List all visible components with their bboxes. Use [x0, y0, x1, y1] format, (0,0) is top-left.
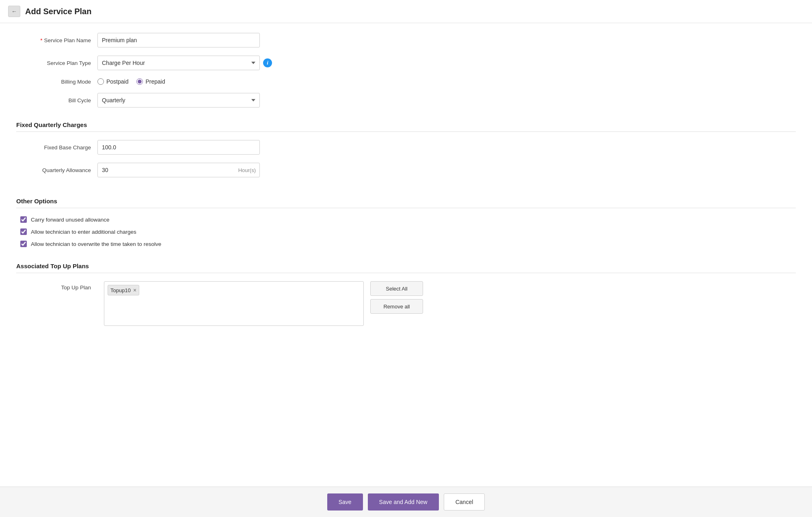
- billing-mode-label: Billing Mode: [16, 79, 97, 85]
- quarterly-allowance-label: Quarterly Allowance: [16, 167, 97, 173]
- footer: Save Save and Add New Cancel: [0, 487, 812, 517]
- checkbox-carry-forward[interactable]: Carry forward unused allowance: [20, 216, 796, 223]
- checkbox-carry-forward-input[interactable]: [20, 216, 27, 223]
- topup-input-area[interactable]: Topup10 ×: [104, 281, 364, 326]
- save-and-add-new-button[interactable]: Save and Add New: [368, 493, 439, 511]
- info-icon[interactable]: i: [263, 58, 272, 67]
- spacer: [16, 185, 796, 192]
- required-star: *: [40, 37, 42, 43]
- checkbox-additional-charges[interactable]: Allow technician to enter additional cha…: [20, 228, 796, 235]
- header: ← Add Service Plan: [0, 0, 812, 23]
- other-options-section: Other Options: [16, 192, 796, 208]
- service-plan-type-label: Service Plan Type: [16, 60, 97, 66]
- topup-tag-value: Topup10: [110, 287, 131, 293]
- topup-tag: Topup10 ×: [108, 285, 139, 295]
- checkbox-overwrite-time-label: Allow technician to overwrite the time t…: [31, 241, 161, 247]
- fixed-quarterly-charges-title: Fixed Quarterly Charges: [16, 121, 796, 128]
- back-button[interactable]: ←: [8, 6, 20, 17]
- topup-row: Top Up Plan Topup10 × Select All Remove …: [16, 281, 796, 326]
- billing-mode-row: Billing Mode Postpaid Prepaid: [16, 78, 796, 85]
- checkbox-overwrite-time[interactable]: Allow technician to overwrite the time t…: [20, 241, 796, 247]
- other-options-title: Other Options: [16, 198, 796, 205]
- billing-mode-postpaid-label: Postpaid: [106, 78, 128, 85]
- service-plan-name-input[interactable]: [97, 33, 260, 47]
- checkbox-overwrite-time-input[interactable]: [20, 241, 27, 247]
- service-plan-name-row: *Service Plan Name: [16, 33, 796, 47]
- topup-buttons: Select All Remove all: [370, 281, 423, 314]
- topup-plan-label: Top Up Plan: [16, 281, 97, 291]
- page-title: Add Service Plan: [25, 7, 91, 16]
- checkbox-group: Carry forward unused allowance Allow tec…: [16, 216, 796, 247]
- form-body: *Service Plan Name Service Plan Type Cha…: [0, 23, 812, 487]
- quarterly-allowance-wrapper: Hour(s): [97, 163, 260, 177]
- fixed-base-charge-row: Fixed Base Charge: [16, 140, 796, 155]
- checkbox-carry-forward-label: Carry forward unused allowance: [31, 217, 110, 223]
- quarterly-allowance-row: Quarterly Allowance Hour(s): [16, 163, 796, 177]
- remove-all-button[interactable]: Remove all: [370, 299, 423, 314]
- billing-mode-prepaid-option[interactable]: Prepaid: [136, 78, 165, 85]
- billing-mode-postpaid-option[interactable]: Postpaid: [97, 78, 128, 85]
- billing-mode-prepaid-label: Prepaid: [145, 78, 165, 85]
- cancel-button[interactable]: Cancel: [444, 493, 485, 511]
- checkbox-additional-charges-label: Allow technician to enter additional cha…: [31, 229, 136, 235]
- bill-cycle-label: Bill Cycle: [16, 97, 97, 103]
- billing-mode-radio-group: Postpaid Prepaid: [97, 78, 165, 85]
- billing-mode-postpaid-radio[interactable]: [97, 78, 104, 85]
- service-plan-name-label: *Service Plan Name: [16, 37, 97, 43]
- bill-cycle-select[interactable]: Monthly Quarterly Yearly: [97, 93, 260, 108]
- save-button[interactable]: Save: [327, 493, 363, 511]
- fixed-base-charge-input[interactable]: [97, 140, 260, 155]
- page-wrapper: ← Add Service Plan *Service Plan Name Se…: [0, 0, 812, 517]
- associated-topup-title: Associated Top Up Plans: [16, 263, 796, 269]
- associated-topup-section: Associated Top Up Plans: [16, 257, 796, 273]
- back-icon: ←: [11, 8, 17, 15]
- checkbox-additional-charges-input[interactable]: [20, 228, 27, 235]
- fixed-quarterly-charges-section: Fixed Quarterly Charges: [16, 116, 796, 132]
- billing-mode-prepaid-radio[interactable]: [136, 78, 143, 85]
- fixed-base-charge-label: Fixed Base Charge: [16, 144, 97, 151]
- select-all-button[interactable]: Select All: [370, 281, 423, 296]
- bill-cycle-row: Bill Cycle Monthly Quarterly Yearly: [16, 93, 796, 108]
- service-plan-type-row: Service Plan Type Charge Per Hour Flat R…: [16, 56, 796, 70]
- topup-tag-remove-icon[interactable]: ×: [133, 287, 136, 293]
- quarterly-allowance-input[interactable]: [97, 163, 260, 177]
- service-plan-type-select[interactable]: Charge Per Hour Flat Rate Pay Per Incide…: [97, 56, 260, 70]
